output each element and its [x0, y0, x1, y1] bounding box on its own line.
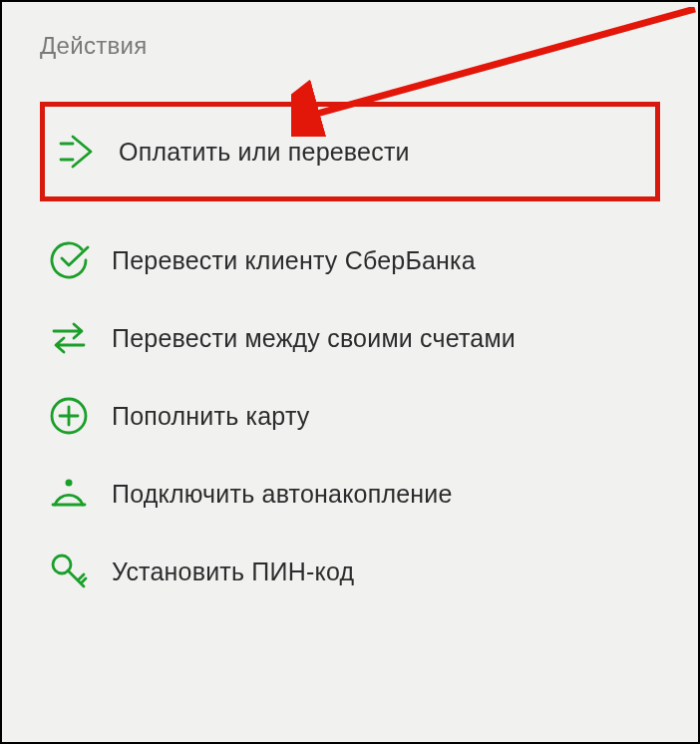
action-label: Установить ПИН-код — [112, 558, 354, 586]
actions-list: Оплатить или перевести Перевести клиенту… — [40, 110, 660, 610]
action-label: Подключить автонакопление — [112, 480, 453, 509]
swap-arrows-icon — [48, 317, 90, 359]
check-circle-icon — [48, 239, 90, 281]
action-auto-savings[interactable]: Подключить автонакопление — [40, 455, 660, 533]
action-pay-or-transfer[interactable]: Оплатить или перевести — [40, 102, 660, 201]
key-icon — [48, 551, 90, 592]
plus-circle-icon — [48, 395, 90, 437]
action-label: Перевести между своими счетами — [112, 324, 516, 353]
action-transfer-between-accounts[interactable]: Перевести между своими счетами — [40, 299, 660, 377]
section-title: Действия — [40, 32, 660, 60]
piggy-bank-icon — [48, 473, 90, 515]
svg-point-1 — [66, 480, 73, 487]
action-label: Перевести клиенту СберБанка — [112, 246, 476, 275]
pay-arrow-icon — [55, 131, 97, 173]
action-label: Пополнить карту — [112, 402, 310, 431]
action-transfer-sber-client[interactable]: Перевести клиенту СберБанка — [40, 221, 660, 299]
action-top-up-card[interactable]: Пополнить карту — [40, 377, 660, 455]
action-label: Оплатить или перевести — [119, 138, 410, 167]
action-set-pin[interactable]: Установить ПИН-код — [40, 533, 660, 610]
